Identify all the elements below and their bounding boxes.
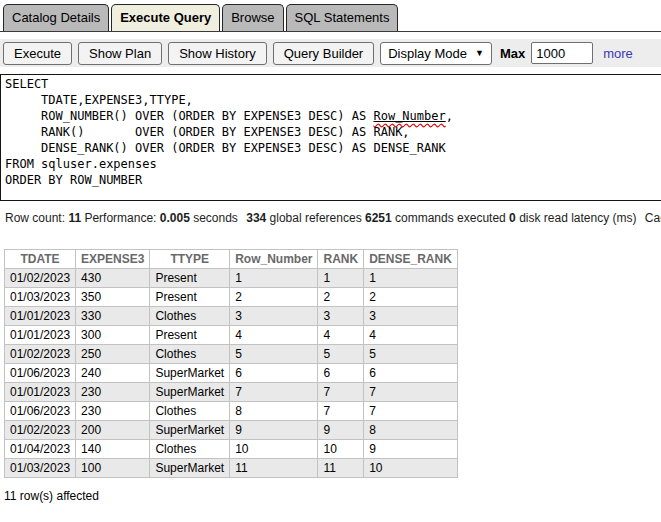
table-row: 01/02/2023200SuperMarket998	[5, 421, 458, 440]
table-cell: Clothes	[150, 440, 230, 459]
table-header-row: TDATE EXPENSE3 TTYPE Row_Number RANK DEN…	[5, 250, 458, 269]
commands-label: commands executed	[395, 211, 506, 225]
table-cell: 7	[318, 383, 364, 402]
show-history-button[interactable]: Show History	[168, 42, 267, 65]
column-header-expense3[interactable]: EXPENSE3	[76, 250, 150, 269]
sql-text: SELECT TDATE,EXPENSE3,TTYPE, ROW_NUMBER(…	[5, 77, 373, 123]
display-mode-value: Display Mode	[388, 46, 467, 61]
query-stats-line: Row count: 11 Performance: 0.005 seconds…	[5, 211, 661, 225]
table-cell: 10	[364, 459, 458, 478]
table-cell: 01/01/2023	[5, 383, 76, 402]
table-row: 01/02/2023250Clothes555	[5, 345, 458, 364]
table-cell: 01/01/2023	[5, 307, 76, 326]
table-row: 01/04/2023140Clothes10109	[5, 440, 458, 459]
table-cell: 300	[76, 326, 150, 345]
table-cell: Present	[150, 269, 230, 288]
sql-editor-textarea[interactable]: SELECT TDATE,EXPENSE3,TTYPE, ROW_NUMBER(…	[0, 74, 661, 201]
table-cell: 8	[230, 402, 318, 421]
tab-label: Execute Query	[120, 10, 211, 25]
table-cell: 01/03/2023	[5, 288, 76, 307]
table-cell: Clothes	[150, 307, 230, 326]
more-link[interactable]: more	[603, 46, 633, 61]
table-cell: 2	[230, 288, 318, 307]
tab-sql-statements[interactable]: SQL Statements	[286, 4, 399, 31]
table-cell: 2	[318, 288, 364, 307]
table-cell: 4	[230, 326, 318, 345]
table-cell: 9	[364, 440, 458, 459]
table-cell: 430	[76, 269, 150, 288]
table-cell: 5	[230, 345, 318, 364]
execute-button[interactable]: Execute	[3, 42, 72, 65]
disk-latency-label: disk read latency (ms)	[519, 211, 636, 225]
global-refs-label: global references	[270, 211, 362, 225]
tab-catalog-details[interactable]: Catalog Details	[3, 4, 109, 31]
row-count-value: 11	[68, 211, 81, 225]
table-cell: SuperMarket	[150, 421, 230, 440]
table-cell: 3	[318, 307, 364, 326]
table-cell: 5	[318, 345, 364, 364]
table-cell: 3	[364, 307, 458, 326]
table-cell: 11	[230, 459, 318, 478]
table-row: 01/03/2023350Present222	[5, 288, 458, 307]
sql-misspelled-word: Row_Number	[373, 109, 445, 123]
rows-affected-text: 11 row(s) affected	[4, 489, 661, 503]
table-cell: 1	[364, 269, 458, 288]
column-header-ttype[interactable]: TTYPE	[150, 250, 230, 269]
column-header-row-number[interactable]: Row_Number	[230, 250, 318, 269]
column-header-dense-rank[interactable]: DENSE_RANK	[364, 250, 458, 269]
table-row: 01/06/2023230Clothes877	[5, 402, 458, 421]
display-mode-select[interactable]: Display Mode ▼	[380, 42, 492, 65]
table-cell: 5	[364, 345, 458, 364]
max-rows-label: Max	[500, 46, 525, 61]
global-refs-value: 334	[246, 211, 266, 225]
results-table: TDATE EXPENSE3 TTYPE Row_Number RANK DEN…	[4, 249, 458, 478]
table-row: 01/01/2023330Clothes333	[5, 307, 458, 326]
query-toolbar: Execute Show Plan Show History Query Bui…	[0, 39, 661, 67]
table-cell: 01/02/2023	[5, 421, 76, 440]
table-cell: 01/02/2023	[5, 269, 76, 288]
table-cell: 140	[76, 440, 150, 459]
table-cell: Clothes	[150, 402, 230, 421]
table-cell: 2	[364, 288, 458, 307]
disk-latency-value: 0	[509, 211, 516, 225]
table-cell: 250	[76, 345, 150, 364]
table-cell: 7	[318, 402, 364, 421]
table-cell: SuperMarket	[150, 383, 230, 402]
query-builder-button[interactable]: Query Builder	[273, 42, 374, 65]
table-row: 01/01/2023230SuperMarket777	[5, 383, 458, 402]
table-cell: 1	[230, 269, 318, 288]
cached-query-label: Cached Query:	[645, 211, 661, 225]
row-count-label: Row count:	[5, 211, 65, 225]
tab-label: Browse	[231, 10, 274, 25]
show-plan-button[interactable]: Show Plan	[78, 42, 162, 65]
table-cell: 230	[76, 383, 150, 402]
performance-value: 0.005	[160, 211, 190, 225]
commands-value: 6251	[365, 211, 392, 225]
table-cell: 11	[318, 459, 364, 478]
tab-execute-query[interactable]: Execute Query	[111, 4, 220, 31]
table-cell: 4	[318, 326, 364, 345]
tab-browse[interactable]: Browse	[222, 4, 283, 31]
table-cell: 350	[76, 288, 150, 307]
table-cell: Clothes	[150, 345, 230, 364]
table-cell: 01/02/2023	[5, 345, 76, 364]
table-cell: 6	[230, 364, 318, 383]
table-cell: 01/06/2023	[5, 364, 76, 383]
table-cell: 7	[230, 383, 318, 402]
tab-bar: Catalog Details Execute Query Browse SQL…	[0, 0, 661, 32]
table-cell: 230	[76, 402, 150, 421]
table-cell: 200	[76, 421, 150, 440]
table-cell: 330	[76, 307, 150, 326]
table-cell: 9	[318, 421, 364, 440]
table-cell: 7	[364, 383, 458, 402]
table-cell: Present	[150, 288, 230, 307]
table-row: 01/06/2023240SuperMarket666	[5, 364, 458, 383]
table-cell: 3	[230, 307, 318, 326]
max-rows-input[interactable]	[531, 42, 593, 64]
table-cell: 10	[230, 440, 318, 459]
table-row: 01/02/2023430Present111	[5, 269, 458, 288]
table-row: 01/03/2023100SuperMarket111110	[5, 459, 458, 478]
table-cell: Present	[150, 326, 230, 345]
column-header-rank[interactable]: RANK	[318, 250, 364, 269]
column-header-tdate[interactable]: TDATE	[5, 250, 76, 269]
